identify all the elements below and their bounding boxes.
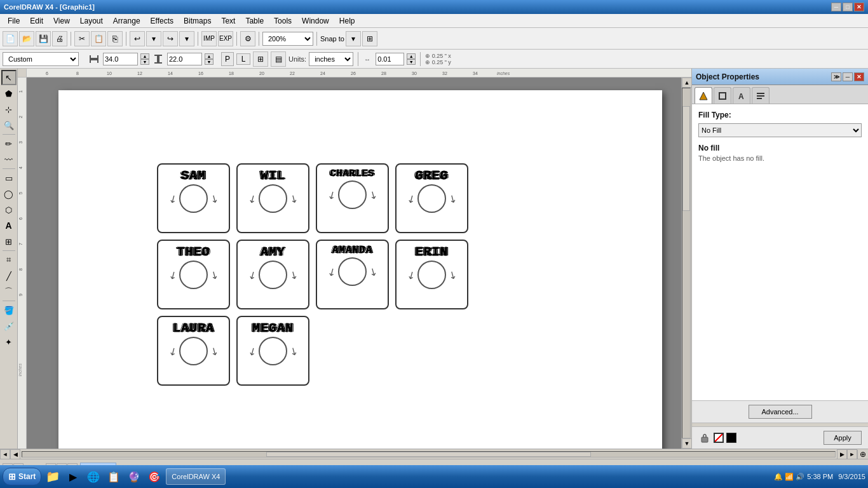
export-button[interactable]: EXP [218,31,233,46]
lock-icon[interactable] [698,431,711,444]
close-button[interactable]: ✕ [854,3,864,11]
taskbar-unknown1[interactable]: 🔮 [125,468,143,485]
paragraphs-tab[interactable] [752,87,770,104]
taskbar-file-manager[interactable]: 📋 [105,468,123,485]
snap-to-dropdown[interactable]: ▾ [346,31,361,46]
nudge-down[interactable]: ▼ [407,59,416,65]
zoom-to-fit-btn[interactable]: ⊕ [858,449,868,459]
scroll-up-btn[interactable]: ▲ [682,78,691,88]
landscape-btn[interactable]: L [236,53,250,65]
width-up[interactable]: ▲ [140,53,149,59]
badge-amanda[interactable]: AMANDA ↙ ↘ [316,240,389,309]
taskbar-coreldraw-app[interactable]: CorelDRAW X4 [166,468,226,485]
panel-double-arrow[interactable]: ≫ [831,72,841,81]
paste-button[interactable]: ⎘ [107,31,123,46]
cut-button[interactable]: ✂ [74,31,90,46]
badge-megan[interactable]: MEGAN ↙ ↘ [236,316,309,386]
freehand-tool[interactable]: ✏ [1,136,17,151]
ellipse-tool[interactable]: ◯ [1,186,17,201]
connector-tool[interactable]: ⌒ [1,284,17,299]
menu-effects[interactable]: Effects [146,15,179,27]
copy-button[interactable]: 📋 [91,31,106,46]
vertical-scrollbar[interactable]: ▲ ▼ [681,78,691,449]
outline-color-swatch[interactable] [726,433,736,443]
advanced-button[interactable]: Advanced... [749,405,812,419]
open-button[interactable]: 📂 [19,31,34,46]
redo-button[interactable]: ↪ [163,31,178,46]
width-input[interactable] [103,53,138,65]
scroll-right-btn[interactable]: ► [847,449,857,459]
fill-type-select[interactable]: No Fill Uniform Fill Fountain Fill Patte… [698,123,862,137]
text-tool[interactable]: A [1,218,17,233]
menu-help[interactable]: Help [334,15,360,27]
badge-charles[interactable]: CHARLES ↙ ↘ [316,163,389,233]
preset-combo[interactable]: Custom Letter A4 [3,52,79,66]
new-button[interactable]: 📄 [3,31,18,46]
menu-tools[interactable]: Tools [269,15,297,27]
badge-laura[interactable]: LAURA ↙ ↘ [157,316,230,386]
rectangle-tool[interactable]: ▭ [1,170,17,186]
height-down[interactable]: ▼ [205,59,214,65]
snap-options[interactable]: ⊞ [362,31,377,46]
nudge-up[interactable]: ▲ [407,53,416,59]
badge-erin[interactable]: ERIN ↙ ↘ [395,240,468,309]
height-spinner[interactable]: ▲ ▼ [205,53,214,65]
menu-view[interactable]: View [48,15,75,27]
horizontal-scrollbar[interactable]: ◄ ◀ ▶ ► ⊕ [0,449,868,459]
nudge-spinner[interactable]: ▲ ▼ [407,53,416,65]
menu-window[interactable]: Window [297,15,334,27]
polygon-tool[interactable]: ⬡ [1,202,17,217]
height-input[interactable] [167,53,202,65]
taskbar-media[interactable]: ▶ [64,468,82,485]
page-options-btn[interactable]: ⊞ [253,51,268,67]
characters-tab[interactable]: A [733,87,750,104]
minimize-button[interactable]: ─ [831,3,841,11]
panel-close[interactable]: ✕ [854,72,864,81]
menu-arrange[interactable]: Arrange [108,15,146,27]
redo-dropdown[interactable]: ▾ [179,31,194,46]
fill-tool[interactable]: 🪣 [1,302,17,318]
page-bg-btn[interactable]: ▤ [271,51,286,67]
fill-tab[interactable] [695,87,712,104]
save-button[interactable]: 💾 [36,31,51,46]
shape-tool[interactable]: ⬟ [1,86,17,101]
outline-tab[interactable] [714,87,731,104]
undo-dropdown[interactable]: ▾ [146,31,161,46]
width-spinner[interactable]: ▲ ▼ [140,53,149,65]
apply-button[interactable]: Apply [824,431,862,445]
scroll-down-btn[interactable]: ▼ [682,438,691,449]
table-tool[interactable]: ⊞ [1,234,17,249]
badge-greg[interactable]: GREG ↙ ↘ [395,163,468,233]
vscroll-track[interactable] [682,88,691,438]
badge-sam[interactable]: SAM ↙ ↘ [157,163,230,233]
scroll-left-btn[interactable]: ◄ [0,449,10,459]
maximize-button[interactable]: □ [843,3,853,11]
badge-theo[interactable]: THEO ↙ ↘ [157,240,230,309]
menu-text[interactable]: Text [216,15,240,27]
parallel-dimension-tool[interactable]: ⌗ [1,252,17,268]
interactive-tool[interactable]: ✦ [1,334,17,349]
print-button[interactable]: 🖨 [52,31,67,46]
height-up[interactable]: ▲ [205,53,214,59]
fill-color-swatch[interactable] [714,433,724,443]
menu-layout[interactable]: Layout [75,15,108,27]
undo-button[interactable]: ↩ [130,31,145,46]
zoom-combo[interactable]: 200% 100% 150% 75% 50% [262,32,313,46]
portrait-btn[interactable]: P [221,52,234,66]
taskbar-chrome[interactable]: 🌐 [85,468,102,485]
menu-file[interactable]: File [3,15,25,27]
application-launcher[interactable]: ⚙ [240,31,255,46]
menu-table[interactable]: Table [240,15,269,27]
units-combo[interactable]: inches mm cm pixels [309,52,353,66]
badge-amy[interactable]: AMY ↙ ↘ [236,240,309,309]
scroll-far-right-btn[interactable]: ▶ [837,449,847,459]
crop-tool[interactable]: ⊹ [1,102,17,117]
width-down[interactable]: ▼ [140,59,149,65]
scroll-far-left-btn[interactable]: ◀ [10,449,20,459]
import-button[interactable]: IMP [201,31,217,46]
zoom-tool[interactable]: 🔍 [1,118,17,133]
nudge-input[interactable] [376,53,404,65]
menu-bitmaps[interactable]: Bitmaps [179,15,216,27]
hscroll-track[interactable] [22,451,836,458]
canvas-scroll-area[interactable]: SAM ↙ ↘ WIL ↙ ↘ [27,78,691,449]
